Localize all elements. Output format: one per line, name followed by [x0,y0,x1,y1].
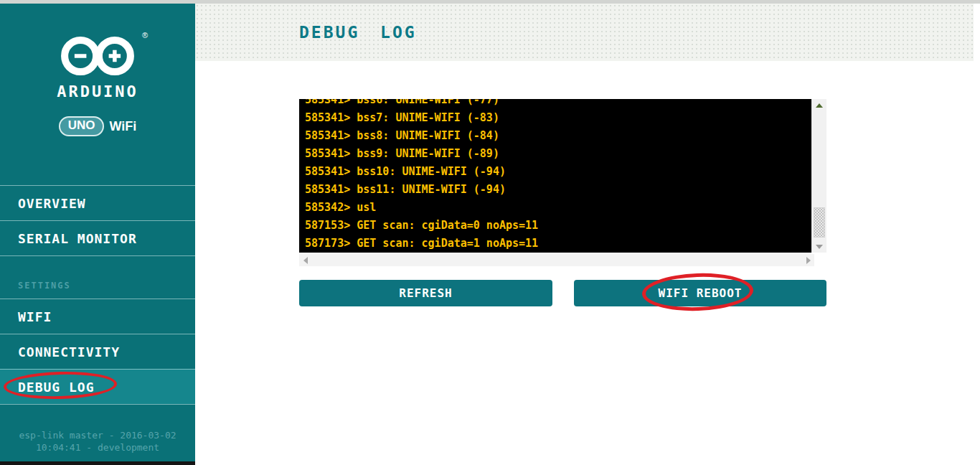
nav-item-label: SERIAL MONITOR [18,231,137,246]
refresh-button[interactable]: REFRESH [299,280,552,306]
log-line: 585341> bss7: UNIME-WIFI (-83) [305,109,811,127]
page-title: DEBUG LOG [299,23,417,42]
scroll-right-arrow-icon[interactable] [802,254,814,266]
product-badge-row: UNO WiFi [0,116,195,136]
wifi-reboot-button-wrap: WIFI REBOOT [574,280,826,306]
debug-console-area: 585341> bss6: UNIME-WIFI (-77) 585341> b… [299,99,826,266]
log-line: 585341> bss9: UNIME-WIFI (-89) [305,145,811,163]
sidebar-item-connectivity[interactable]: CONNECTIVITY [0,334,195,369]
sidebar-bottom-strip [0,461,195,465]
brand-block: ® ARDUINO UNO WiFi [0,34,195,136]
registered-mark: ® [142,31,148,39]
uno-badge: UNO [59,116,105,136]
action-button-row: REFRESH WIFI REBOOT [299,280,826,306]
vertical-scrollbar[interactable] [811,99,826,253]
wifi-badge-suffix: WiFi [109,119,136,134]
log-line: 585341> bss11: UNIME-WIFI (-94) [305,181,811,199]
sidebar-item-debug-log[interactable]: DEBUG LOG [0,369,195,404]
sidebar-nav-settings: WIFI CONNECTIVITY DEBUG LOG [0,299,195,405]
page-header: DEBUG LOG [195,4,974,61]
version-footer-line2: 10:04:41 - development [0,441,195,454]
debug-log-console: 585341> bss6: UNIME-WIFI (-77) 585341> b… [299,99,811,253]
horizontal-scrollbar[interactable] [299,254,814,266]
sidebar-nav-main: OVERVIEW SERIAL MONITOR [0,185,195,256]
log-line: 585342> usl [305,199,811,217]
sidebar-item-overview[interactable]: OVERVIEW [0,185,195,220]
scroll-down-arrow-icon[interactable] [812,240,826,253]
arduino-infinity-icon [57,34,138,78]
top-border-strip [0,0,980,4]
vertical-scrollbar-thumb[interactable] [814,207,825,238]
sidebar-item-wifi[interactable]: WIFI [0,299,195,334]
settings-section-label: SETTINGS [18,281,71,291]
refresh-button-wrap: REFRESH [299,280,552,306]
log-line: 587153> GET scan: cgiData=0 noAps=11 [305,217,811,235]
content-area: 585341> bss6: UNIME-WIFI (-77) 585341> b… [195,61,980,465]
brand-name: ARDUINO [0,83,195,100]
log-lines: 585341> bss6: UNIME-WIFI (-77) 585341> b… [305,99,811,253]
nav-item-label: WIFI [18,309,52,324]
sidebar: ® ARDUINO UNO WiFi OVERVIEW SERIAL MONIT… [0,4,195,461]
log-line: 587173> GET scan: cgiData=1 noAps=11 [305,235,811,253]
nav-item-label: DEBUG LOG [18,380,95,395]
nav-item-label: OVERVIEW [18,196,86,211]
arduino-logo: ® [57,34,138,81]
log-line: 585341> bss8: UNIME-WIFI (-84) [305,127,811,145]
nav-item-label: CONNECTIVITY [18,344,120,360]
log-line: 585341> bss10: UNIME-WIFI (-94) [305,163,811,181]
version-footer-line1: esp-link master - 2016-03-02 [0,429,195,441]
scroll-left-arrow-icon[interactable] [299,254,311,266]
log-line: 585341> bss6: UNIME-WIFI (-77) [305,99,811,109]
version-footer: esp-link master - 2016-03-02 10:04:41 - … [0,429,195,454]
wifi-reboot-button[interactable]: WIFI REBOOT [574,280,826,306]
sidebar-item-serial-monitor[interactable]: SERIAL MONITOR [0,220,195,255]
scroll-up-arrow-icon[interactable] [812,99,826,111]
main-panel: DEBUG LOG 585341> bss6: UNIME-WIFI (-77)… [195,4,980,465]
